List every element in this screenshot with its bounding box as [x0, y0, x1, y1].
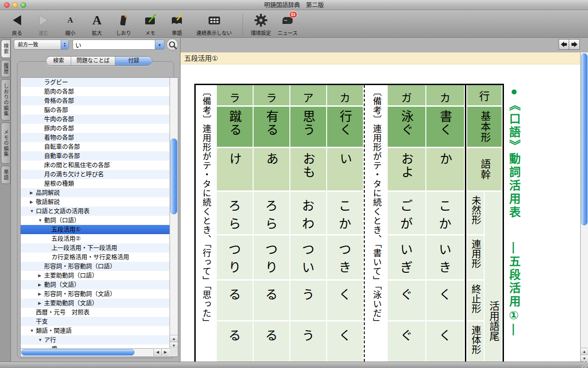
list-item[interactable]: ▼口語と文語の活用表: [21, 207, 170, 216]
list-item[interactable]: 上一段活用・下一段活用: [21, 243, 170, 253]
vertical-scroll-thumb[interactable]: [170, 138, 177, 214]
list-item[interactable]: 五段活用②: [21, 234, 170, 243]
list-item[interactable]: ▶形容詞・形容動詞（文語）: [21, 289, 170, 299]
disclosure-open-icon[interactable]: ▼: [38, 216, 42, 225]
match-mode-popup[interactable]: 前方一致 ▲▼: [14, 40, 69, 50]
disclosure-open-icon[interactable]: ▼: [38, 335, 42, 345]
tab-problem-words[interactable]: 問題なことば: [71, 57, 115, 65]
list-item[interactable]: ラグビー: [21, 78, 170, 87]
scroll-left-button[interactable]: ◀: [153, 349, 161, 356]
side-title-main: ●《口語》動詞活用表: [508, 85, 520, 219]
list-item[interactable]: ▼動詞（口語）: [21, 216, 170, 225]
list-item[interactable]: 豚肉の各部: [21, 124, 170, 133]
search-input[interactable]: [75, 40, 151, 49]
list-item[interactable]: 屋根の種類: [21, 179, 170, 188]
scroll-up-button[interactable]: ▲: [170, 335, 178, 342]
minimize-window-button[interactable]: [12, 2, 18, 8]
memo-label: メモ: [137, 29, 164, 36]
verb-column-iku: カ 行く い こか つき く く: [327, 85, 363, 362]
list-item[interactable]: 床の間と和風住宅の各部: [21, 161, 170, 170]
list-item[interactable]: カ行変格活用・サ行変格活用: [21, 253, 170, 262]
search-combo: ▼: [73, 40, 164, 50]
remarks-text: 〔備考〕連用形がテ・タに続くとき、「書いて」「泳いだ」: [372, 85, 381, 362]
memo-button[interactable]: メモ: [137, 12, 164, 36]
sidebar-tab-memo-edit[interactable]: メモの編集: [1, 122, 11, 164]
disclosure-open-icon[interactable]: ▼: [30, 207, 34, 216]
scroll-right-button[interactable]: ▶: [161, 349, 169, 356]
list-item[interactable]: 脳の各部: [21, 105, 170, 115]
forward-button[interactable]: 進む: [30, 12, 57, 36]
list-item[interactable]: 骨格の各部: [21, 96, 170, 105]
sidebar-tab-search[interactable]: 検索: [1, 40, 11, 58]
ending-label-cell: 活用語尾: [485, 192, 502, 362]
close-window-button[interactable]: [4, 2, 10, 8]
gear-icon: [254, 13, 268, 27]
list-item[interactable]: 月の満ち欠けと呼び名: [21, 170, 170, 179]
settings-button[interactable]: 環境設定: [248, 12, 274, 36]
continuous-display-button[interactable]: 連続表示しない: [190, 12, 238, 36]
sidebar-tab-bookmark-edit[interactable]: しおりの編集: [1, 79, 11, 121]
disclosure-closed-icon[interactable]: ▶: [30, 188, 33, 197]
list-item[interactable]: ▶動詞（文語）: [21, 280, 170, 289]
verb-column-oyogu: ガ 泳ぐ およ ごが いぎ ぐ ぐ: [388, 85, 425, 362]
word-label: 単語: [164, 29, 190, 36]
disclosure-open-icon[interactable]: ▼: [30, 326, 34, 335]
resize-grip[interactable]: [582, 362, 588, 368]
settings-label: 環境設定: [248, 29, 274, 36]
news-button[interactable]: 13 ニュース: [274, 12, 301, 36]
page-forward-button[interactable]: [569, 39, 580, 50]
list-item[interactable]: ▶主要助動詞（口語）: [21, 271, 170, 280]
disclosure-closed-icon[interactable]: ▶: [38, 280, 41, 289]
combo-dropdown-button[interactable]: ▼: [155, 40, 164, 49]
list-item[interactable]: 自転車の各部: [21, 142, 170, 151]
chevron-down-icon: ▼: [158, 43, 162, 47]
search-button[interactable]: [166, 39, 178, 51]
content-scroll-up-button[interactable]: ▲: [581, 348, 588, 355]
list-item[interactable]: ▶主要助動詞（文語）: [21, 299, 170, 308]
shrink-font-button[interactable]: A 縮小: [57, 12, 84, 36]
list-horizontal-scrollbar[interactable]: ◀ ▶: [21, 348, 170, 356]
list-item[interactable]: 自動車の各部: [21, 151, 170, 161]
list-item[interactable]: 西暦・元号 対照表: [21, 308, 170, 317]
back-button[interactable]: 戻る: [4, 12, 30, 36]
page-nav-buttons: [559, 39, 580, 50]
enlarge-font-button[interactable]: A 拡大: [84, 12, 110, 36]
disclosure-closed-icon[interactable]: ▶: [38, 271, 41, 280]
list-item[interactable]: ▼ア行: [21, 335, 170, 345]
disclosure-closed-icon[interactable]: ▶: [38, 289, 41, 299]
word-button[interactable]: 単語: [164, 12, 190, 36]
list-item-selected[interactable]: 五段活用①: [21, 225, 170, 234]
word-book-icon: [170, 13, 184, 27]
search-panel: 前方一致 ▲▼ ▼ 検索 問題なことば 付録 ラグビー 筋肉の各部 骨格の各部 …: [11, 38, 180, 362]
list-item[interactable]: 牛肉の各部: [21, 115, 170, 124]
appendix-list: ラグビー 筋肉の各部 骨格の各部 脳の各部 牛肉の各部 豚肉の各部 着物の各部 …: [20, 77, 178, 357]
tab-appendix[interactable]: 付録: [115, 57, 152, 65]
sidebar-tab-history[interactable]: 履歴: [1, 60, 11, 77]
toolbar-separator: [243, 14, 243, 35]
list-item[interactable]: 形容詞・形容動詞（口語）: [21, 262, 170, 271]
zoom-window-button[interactable]: [21, 2, 26, 8]
disclosure-closed-icon[interactable]: ▶: [38, 299, 41, 308]
list-item[interactable]: ▼類語・関連語: [21, 326, 170, 335]
entry-canvas: 〔備考〕連用形がテ・タに続くとき、「行って」「思った」 ラ 蹴る け ろら つり…: [181, 64, 581, 362]
verb-column-omou: ア ワ 思う おも おわ つい う う: [290, 85, 326, 362]
remarks-column: 〔備考〕連用形がテ・タに続くとき、「書いて」「泳いだ」: [366, 85, 387, 362]
disclosure-closed-icon[interactable]: ▶: [30, 197, 33, 207]
list-vertical-scrollbar[interactable]: ▲ ▼: [170, 78, 178, 349]
content-scroll-thumb[interactable]: [581, 53, 588, 225]
list-item[interactable]: 着物の各部: [21, 133, 170, 142]
list-item[interactable]: ▶品詞解説: [21, 188, 170, 197]
bookmark-button[interactable]: しおり: [110, 12, 137, 36]
window-bottom-bar: [0, 362, 588, 368]
tab-search[interactable]: 検索: [46, 57, 71, 65]
shrink-label: 縮小: [57, 29, 84, 36]
page-back-button[interactable]: [559, 39, 569, 50]
content-vertical-scrollbar[interactable]: ▲ ▼: [580, 52, 588, 362]
scroll-down-button[interactable]: ▼: [170, 342, 178, 349]
list-item[interactable]: 筋肉の各部: [21, 87, 170, 96]
list-item[interactable]: ▶敬語解説: [21, 197, 170, 207]
sidebar-tab-word[interactable]: 単語: [1, 166, 11, 184]
list-item[interactable]: 干支: [21, 317, 170, 326]
content-scroll-down-button[interactable]: ▼: [581, 355, 588, 362]
horizontal-scroll-thumb[interactable]: [21, 349, 135, 356]
